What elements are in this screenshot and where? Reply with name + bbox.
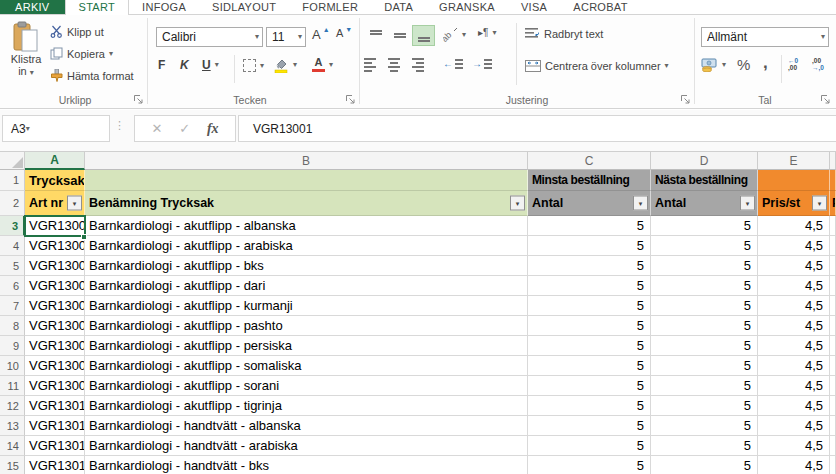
cell-next-order[interactable]: 5 xyxy=(651,376,758,396)
align-right-button[interactable] xyxy=(412,58,424,72)
row-header[interactable]: 11 xyxy=(0,376,25,396)
cell-name[interactable]: Barnkardiologi - akutflipp - pashto xyxy=(85,316,528,336)
cell-artnr[interactable]: VGR13003 xyxy=(25,256,85,276)
cell-price[interactable]: 4,5 xyxy=(758,436,830,456)
enter-icon[interactable]: ✓ xyxy=(179,121,190,136)
bold-button[interactable]: F xyxy=(158,58,165,72)
cell-name[interactable]: Barnkardiologi - akutflipp - somaliska xyxy=(85,356,528,376)
cell-f2[interactable]: P xyxy=(830,191,836,216)
cell-a2[interactable]: Art nr ▾ xyxy=(25,191,85,216)
font-color-button[interactable]: A ▾ xyxy=(312,57,333,72)
row-header[interactable]: 13 xyxy=(0,416,25,436)
cell-min-order[interactable]: 5 xyxy=(528,376,651,396)
borders-button[interactable]: ▾ xyxy=(243,59,264,72)
cell-name[interactable]: Barnkardiologi - akutflipp - bks xyxy=(85,256,528,276)
cell-name[interactable]: Barnkardiologi - akutflipp - tigrinja xyxy=(85,396,528,416)
cell-next-order[interactable]: 5 xyxy=(651,336,758,356)
row-header[interactable]: 2 xyxy=(0,191,25,216)
filter-dropdown-icon[interactable]: ▾ xyxy=(633,196,648,211)
cell-next-order[interactable]: 5 xyxy=(651,356,758,376)
cell-b2[interactable]: Benämning Trycksak ▾ xyxy=(85,191,528,216)
cell-min-order[interactable]: 5 xyxy=(528,456,651,474)
cell-extra[interactable] xyxy=(830,276,836,296)
cell-price[interactable]: 4,5 xyxy=(758,316,830,336)
cell-d1[interactable]: Nästa beställning xyxy=(651,170,758,191)
ribbon-tab-sidlayout[interactable]: SIDLAYOUT xyxy=(199,0,289,14)
row-header[interactable]: 5 xyxy=(0,256,25,276)
cut-button[interactable]: Klipp ut xyxy=(50,25,104,38)
cell-name[interactable]: Barnkardiologi - akutflipp - arabiska xyxy=(85,236,528,256)
cell-min-order[interactable]: 5 xyxy=(528,336,651,356)
cell-price[interactable]: 4,5 xyxy=(758,396,830,416)
cell-name[interactable]: Barnkardiologi - akutflipp - albanska xyxy=(85,216,528,236)
row-header[interactable]: 12 xyxy=(0,396,25,416)
cell-next-order[interactable]: 5 xyxy=(651,276,758,296)
cell-extra[interactable] xyxy=(830,296,836,316)
column-header-a[interactable]: A xyxy=(25,152,85,170)
cell-min-order[interactable]: 5 xyxy=(528,296,651,316)
cell-name[interactable]: Barnkardiologi - handtvätt - arabiska xyxy=(85,436,528,456)
cell-min-order[interactable]: 5 xyxy=(528,256,651,276)
cell-extra[interactable] xyxy=(830,416,836,436)
cell-min-order[interactable]: 5 xyxy=(528,396,651,416)
cell-artnr[interactable]: VGR13011 xyxy=(25,416,85,436)
cell-price[interactable]: 4,5 xyxy=(758,256,830,276)
cell-extra[interactable] xyxy=(830,356,836,376)
cell-next-order[interactable]: 5 xyxy=(651,296,758,316)
ribbon-tab-data[interactable]: DATA xyxy=(371,0,426,14)
cell-artnr[interactable]: VGR13004 xyxy=(25,276,85,296)
cell-name[interactable]: Barnkardiologi - akutflipp - kurmanji xyxy=(85,296,528,316)
cell-next-order[interactable]: 5 xyxy=(651,316,758,336)
cell-min-order[interactable]: 5 xyxy=(528,276,651,296)
font-dialog-launcher-icon[interactable] xyxy=(345,94,356,105)
cell-artnr[interactable]: VGR13005 xyxy=(25,296,85,316)
cell-price[interactable]: 4,5 xyxy=(758,376,830,396)
number-dialog-launcher-icon[interactable] xyxy=(820,94,831,105)
cell-price[interactable]: 4,5 xyxy=(758,356,830,376)
cell-artnr[interactable]: VGR13007 xyxy=(25,336,85,356)
decrease-decimal-button[interactable]: ,00→,0 xyxy=(812,57,824,72)
cell-artnr[interactable]: VGR13009 xyxy=(25,376,85,396)
row-header[interactable]: 8 xyxy=(0,316,25,336)
cell-c2[interactable]: Antal ▾ xyxy=(528,191,651,216)
cell-name[interactable]: Barnkardiologi - akutflipp - sorani xyxy=(85,376,528,396)
decrease-indent-button[interactable]: ← xyxy=(443,58,463,69)
format-painter-button[interactable]: Hämta format xyxy=(50,69,134,82)
italic-button[interactable]: K xyxy=(180,58,189,72)
cell-price[interactable]: 4,5 xyxy=(758,336,830,356)
accounting-format-button[interactable]: ▾ xyxy=(701,57,726,72)
cell-next-order[interactable]: 5 xyxy=(651,456,758,474)
underline-button[interactable]: U ▾ xyxy=(202,58,219,72)
cell-extra[interactable] xyxy=(830,216,836,236)
cell-extra[interactable] xyxy=(830,316,836,336)
cell-name[interactable]: Barnkardiologi - handtvätt - albanska xyxy=(85,416,528,436)
cell-extra[interactable] xyxy=(830,456,836,474)
alignment-dialog-launcher-icon[interactable] xyxy=(680,94,691,105)
filter-dropdown-icon[interactable]: ▾ xyxy=(812,196,827,211)
ribbon-tab-granska[interactable]: GRANSKA xyxy=(426,0,508,14)
cell-c1[interactable]: Minsta beställning xyxy=(528,170,651,191)
column-header-c[interactable]: C xyxy=(528,152,651,170)
row-header[interactable]: 7 xyxy=(0,296,25,316)
align-center-button[interactable] xyxy=(388,58,400,72)
text-direction-button[interactable]: ▸¶ ▾ xyxy=(478,27,496,38)
formula-input[interactable]: VGR13001 xyxy=(238,115,836,142)
row-header[interactable]: 3 xyxy=(0,216,25,236)
orientation-button[interactable]: ab ▾ xyxy=(443,27,466,42)
cell-extra[interactable] xyxy=(830,376,836,396)
cell-extra[interactable] xyxy=(830,396,836,416)
row-header[interactable]: 4 xyxy=(0,236,25,256)
cell-artnr[interactable]: VGR13013 xyxy=(25,456,85,474)
cell-min-order[interactable]: 5 xyxy=(528,316,651,336)
increase-decimal-button[interactable]: ←0,00 xyxy=(788,57,798,72)
cell-artnr[interactable]: VGR13008 xyxy=(25,356,85,376)
increase-indent-button[interactable]: → xyxy=(472,58,492,69)
cell-artnr[interactable]: VGR13006 xyxy=(25,316,85,336)
ribbon-tab-formler[interactable]: FORMLER xyxy=(289,0,371,14)
filter-dropdown-icon[interactable]: ▾ xyxy=(67,196,82,211)
cell-min-order[interactable]: 5 xyxy=(528,416,651,436)
cell-next-order[interactable]: 5 xyxy=(651,216,758,236)
ribbon-tab-visa[interactable]: VISA xyxy=(508,0,560,14)
cancel-icon[interactable]: ✕ xyxy=(151,121,162,136)
cell-a1[interactable]: Trycksak xyxy=(25,170,85,191)
